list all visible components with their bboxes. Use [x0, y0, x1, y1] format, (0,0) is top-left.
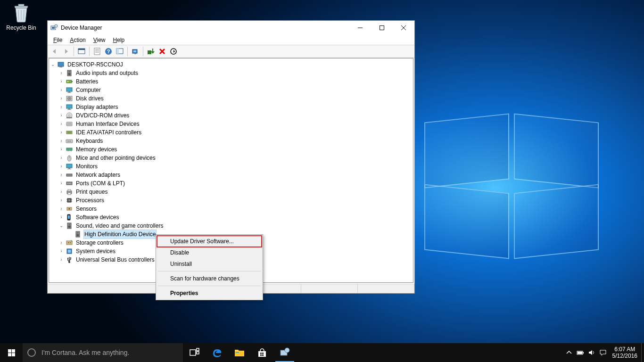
menu-view[interactable]: View	[90, 36, 109, 44]
action-button[interactable]	[115, 46, 125, 57]
tree-node-label: DVD/CD-ROM drives	[75, 111, 130, 120]
expander-icon[interactable]: ›	[58, 240, 64, 246]
tray-action-center-icon[interactable]	[597, 343, 609, 362]
tree-category-6[interactable]: › Human Interface Devices	[50, 120, 412, 128]
expander-icon[interactable]: ›	[58, 104, 64, 110]
show-desktop-button[interactable]	[641, 343, 644, 362]
expander-icon[interactable]: ›	[58, 172, 64, 178]
device-icon	[66, 129, 73, 136]
tree-category-15[interactable]: › Processors	[50, 196, 412, 205]
expander-icon[interactable]: ›	[58, 113, 64, 118]
menu-properties[interactable]: Properties	[157, 288, 262, 299]
menu-action[interactable]: Action	[66, 36, 89, 44]
expander-icon[interactable]: ›	[58, 87, 64, 93]
tree-node-label: Keyboards	[75, 137, 104, 145]
menu-disable[interactable]: Disable	[157, 247, 262, 258]
tray-volume-icon[interactable]	[586, 343, 597, 362]
expander-icon[interactable]: ›	[58, 121, 64, 127]
svg-point-76	[70, 183, 71, 184]
tree-category-16[interactable]: › Sensors	[50, 205, 412, 213]
expander-icon[interactable]: ›	[58, 214, 64, 220]
expander-icon[interactable]: ›	[58, 96, 64, 101]
expander-icon[interactable]: ⌄	[50, 62, 56, 67]
expander-icon[interactable]: ›	[58, 130, 64, 135]
tree-root[interactable]: ⌄ DESKTOP-R5CCNOJ	[50, 60, 412, 69]
svg-rect-47	[66, 117, 72, 118]
forward-button[interactable]	[61, 46, 71, 57]
show-hide-console-button[interactable]	[76, 46, 87, 57]
tree-category-5[interactable]: › DVD/CD-ROM drives	[50, 111, 412, 120]
expander-icon[interactable]: ›	[58, 155, 64, 161]
tree-category-9[interactable]: › Memory devices	[50, 145, 412, 154]
tree-category-4[interactable]: › Display adapters	[50, 103, 412, 111]
tree-category-10[interactable]: › Mice and other pointing devices	[50, 154, 412, 162]
task-view-button[interactable]	[183, 343, 206, 362]
svg-rect-68	[68, 168, 70, 169]
menu-uninstall[interactable]: Uninstall	[157, 258, 262, 270]
back-button[interactable]	[50, 46, 60, 57]
taskbar-edge[interactable]	[206, 343, 228, 362]
tree-category-14[interactable]: › Print queues	[50, 188, 412, 196]
expander-icon[interactable]: ›	[58, 79, 64, 84]
tree-node-label: IDE ATA/ATAPI controllers	[75, 128, 142, 137]
expander-icon[interactable]: ›	[58, 70, 64, 76]
tree-node-label: Universal Serial Bus controllers	[75, 255, 156, 264]
taskbar-store[interactable]	[251, 343, 273, 362]
expander-icon[interactable]	[67, 231, 73, 237]
minimize-button[interactable]	[349, 21, 371, 35]
help-button[interactable]: ?	[103, 46, 114, 57]
close-button[interactable]	[393, 21, 414, 35]
tree-category-3[interactable]: › Disk drives	[50, 94, 412, 103]
svg-rect-116	[583, 352, 584, 354]
cortana-search[interactable]: I'm Cortana. Ask me anything.	[23, 343, 183, 362]
svg-rect-79	[68, 193, 71, 195]
svg-text:?: ?	[107, 49, 110, 54]
expander-icon[interactable]: ›	[58, 257, 64, 263]
tree-node-label: Print queues	[75, 188, 108, 196]
start-button[interactable]	[0, 343, 23, 362]
uninstall-button[interactable]	[157, 46, 167, 57]
expander-icon[interactable]: ›	[58, 164, 64, 169]
tree-category-0[interactable]: › Audio inputs and outputs	[50, 69, 412, 77]
svg-rect-104	[190, 350, 196, 355]
expander-icon[interactable]: ›	[58, 189, 64, 195]
menu-file[interactable]: File	[50, 36, 66, 44]
expander-icon[interactable]: ›	[58, 181, 64, 186]
tree-node-label: Sound, video and game controllers	[75, 222, 164, 230]
recycle-bin-icon[interactable]: Recycle Bin	[5, 2, 38, 31]
tree-category-18[interactable]: ⌄ Sound, video and game controllers	[50, 222, 412, 230]
update-driver-button[interactable]	[146, 46, 156, 57]
menu-update-driver[interactable]: Update Driver Software...	[157, 236, 262, 247]
device-icon	[66, 95, 73, 102]
expander-icon[interactable]: ›	[58, 147, 64, 152]
window-title: Device Manager	[61, 25, 349, 31]
expander-icon[interactable]: ›	[58, 206, 64, 212]
svg-rect-5	[52, 27, 55, 29]
expander-icon[interactable]: ›	[58, 138, 64, 144]
tree-category-2[interactable]: › Computer	[50, 86, 412, 94]
scan-hardware-button[interactable]	[130, 46, 140, 57]
expander-icon[interactable]: ›	[58, 197, 64, 203]
taskbar-clock[interactable]: 6:07 AM 5/12/2016	[609, 346, 641, 359]
taskbar-device-manager[interactable]	[273, 343, 296, 362]
tray-battery-icon[interactable]	[575, 343, 586, 362]
tree-category-17[interactable]: › Software devices	[50, 213, 412, 222]
tree-category-12[interactable]: › Network adapters	[50, 171, 412, 179]
properties-button[interactable]	[92, 46, 102, 57]
tray-chevron-up-icon[interactable]	[563, 343, 575, 362]
disable-button[interactable]	[168, 46, 179, 57]
device-icon	[74, 230, 82, 238]
expander-icon[interactable]: ⌄	[58, 223, 64, 229]
maximize-button[interactable]	[371, 21, 393, 35]
expander-icon[interactable]: ›	[58, 248, 64, 254]
taskbar-file-explorer[interactable]	[228, 343, 251, 362]
tree-category-11[interactable]: › Monitors	[50, 162, 412, 171]
tree-category-8[interactable]: › Keyboards	[50, 137, 412, 145]
menu-scan-hardware[interactable]: Scan for hardware changes	[157, 273, 262, 284]
svg-rect-12	[78, 49, 85, 50]
tree-category-7[interactable]: › IDE ATA/ATAPI controllers	[50, 128, 412, 137]
menu-help[interactable]: Help	[109, 36, 129, 44]
tree-category-1[interactable]: › Batteries	[50, 77, 412, 86]
titlebar[interactable]: Device Manager	[48, 21, 414, 35]
tree-category-13[interactable]: › Ports (COM & LPT)	[50, 179, 412, 188]
